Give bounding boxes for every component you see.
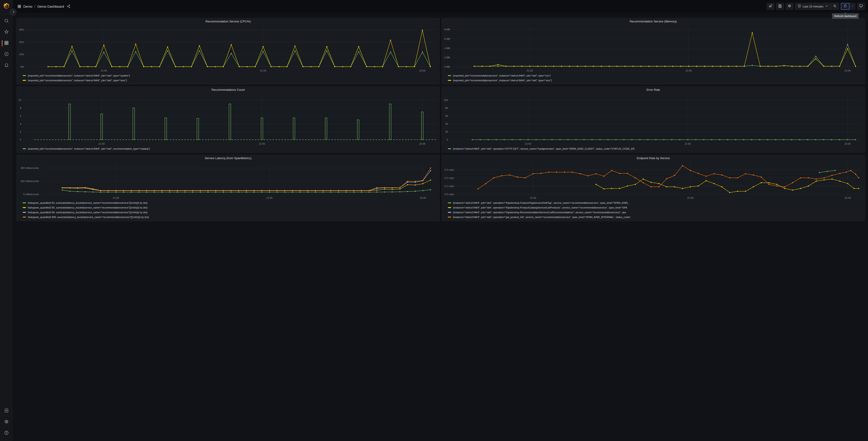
series-p95 bbox=[62, 179, 431, 191]
panel-service-latency: Service Latency (from SpanMetrics) 0 mil… bbox=[17, 155, 434, 220]
sidebar bbox=[0, 0, 13, 220]
service-latency-legend: histogram_quantile(0.50, sum(rate(latenc… bbox=[17, 200, 434, 220]
legend-item[interactable]: histogram_quantile(0.99, sum(rate(latenc… bbox=[23, 210, 434, 215]
y-tick-label: 0 bbox=[20, 138, 21, 141]
series-system bbox=[48, 50, 431, 67]
legend-swatch bbox=[23, 75, 26, 76]
sidebar-item-dashboards[interactable] bbox=[0, 38, 13, 49]
y-tick-label: 0% bbox=[20, 65, 24, 68]
series-catalog bbox=[68, 104, 423, 140]
legend-swatch bbox=[23, 207, 26, 208]
series-p999 bbox=[62, 168, 431, 191]
y-tick-label: 10 bbox=[19, 99, 21, 101]
x-tick-label: 21:50 bbox=[98, 142, 105, 145]
legend-label: {exported_job="recommendationservice", i… bbox=[28, 79, 127, 82]
legend-label: histogram_quantile(0.99, sum(rate(latenc… bbox=[28, 211, 148, 214]
bell-icon bbox=[4, 63, 9, 68]
legend-item[interactable]: {exported_job="recommendationservice", i… bbox=[23, 73, 434, 78]
x-tick-label: 22:00 bbox=[420, 197, 426, 199]
legend-item[interactable]: histogram_quantile(0.95, sum(rate(latenc… bbox=[23, 205, 434, 210]
legend-label: histogram_quantile(0.95, sum(rate(latenc… bbox=[28, 206, 148, 209]
y-tick-label: 20% bbox=[19, 41, 24, 43]
y-tick-label: 0 milliseconds bbox=[23, 193, 39, 196]
legend-item[interactable]: histogram_quantile(0.50, sum(rate(latenc… bbox=[23, 200, 434, 205]
service-latency-chart[interactable]: 0 milliseconds200 milliseconds400 millis… bbox=[17, 161, 434, 200]
compass-icon bbox=[4, 52, 9, 57]
sidebar-expand-button[interactable] bbox=[9, 8, 17, 16]
legend-swatch bbox=[23, 217, 26, 217]
legend-swatch bbox=[23, 212, 26, 213]
sidebar-item-explore[interactable] bbox=[0, 49, 13, 60]
search-icon bbox=[4, 18, 9, 24]
grid: 0%10%20%30%21:5021:5522:00 bbox=[19, 26, 434, 72]
legend-label: histogram_quantile(0.999, sum(rate(laten… bbox=[28, 216, 149, 218]
grafana-logo[interactable] bbox=[2, 2, 11, 10]
sidebar-item-starred[interactable] bbox=[0, 27, 13, 38]
panel-title[interactable]: Service Latency (from SpanMetrics) bbox=[17, 155, 434, 161]
legend-item[interactable]: histogram_quantile(0.999, sum(rate(laten… bbox=[23, 215, 434, 219]
y-tick-label: 30% bbox=[19, 28, 24, 31]
sidebar-item-alerting[interactable] bbox=[0, 60, 13, 71]
y-tick-label: 10% bbox=[19, 53, 24, 56]
share-icon[interactable] bbox=[67, 4, 70, 8]
breadcrumb-separator: / bbox=[34, 4, 35, 8]
star-icon bbox=[4, 29, 9, 35]
x-tick-label: 21:55 bbox=[266, 197, 273, 199]
panel-title[interactable]: Recommendation Service (CPU%) bbox=[17, 18, 434, 24]
cpu-legend: {exported_job="recommendationservice", i… bbox=[17, 73, 434, 84]
x-tick-label: 21:55 bbox=[259, 142, 265, 145]
sidebar-item-search[interactable] bbox=[0, 16, 13, 27]
cpu-chart[interactable]: 0%10%20%30%21:5021:5522:00 bbox=[17, 24, 434, 73]
x-tick-label: 22:00 bbox=[419, 69, 426, 72]
chevron-right-icon bbox=[12, 10, 15, 14]
y-tick-label: 200 milliseconds bbox=[21, 180, 39, 182]
y-tick-label: 4 bbox=[20, 122, 21, 125]
top-nav: Demo / Demo Dashboard Last 15 minutes bbox=[13, 0, 434, 13]
panel-recommendations-count: Recommendations Count 024681021:5021:552… bbox=[17, 86, 434, 153]
x-tick-label: 21:50 bbox=[101, 69, 107, 72]
legend-label: {exported_job="recommendationservice", i… bbox=[28, 74, 130, 77]
breadcrumb: Demo / Demo Dashboard bbox=[18, 4, 70, 8]
series-user bbox=[48, 30, 431, 67]
legend-item[interactable]: {exported_job="recommendationservice", i… bbox=[23, 78, 434, 83]
x-tick-label: 22:00 bbox=[419, 142, 425, 145]
grid: 0 milliseconds200 milliseconds400 millis… bbox=[21, 163, 434, 199]
legend-item[interactable]: {exported_job="recommendationservice", i… bbox=[23, 146, 434, 151]
x-tick-label: 21:50 bbox=[113, 197, 119, 199]
y-tick-label: 400 milliseconds bbox=[21, 167, 39, 169]
panel-title[interactable]: Recommendations Count bbox=[17, 87, 434, 93]
y-tick-label: 8 bbox=[20, 107, 21, 109]
recommendations-count-chart[interactable]: 024681021:5021:5522:00 bbox=[17, 93, 434, 146]
y-tick-label: 2 bbox=[20, 130, 21, 133]
dashboards-grid-icon bbox=[4, 40, 9, 46]
y-tick-label: 6 bbox=[20, 115, 21, 117]
legend-swatch bbox=[23, 80, 26, 81]
dashboard-grid: Recommendation Service (CPU%) 0%10%20%30… bbox=[17, 18, 434, 220]
legend-label: {exported_job="recommendationservice", i… bbox=[28, 147, 150, 150]
x-tick-label: 21:55 bbox=[260, 69, 266, 72]
legend-swatch bbox=[23, 202, 26, 203]
panel-recommendation-cpu: Recommendation Service (CPU%) 0%10%20%30… bbox=[17, 18, 434, 84]
legend-swatch bbox=[23, 148, 26, 149]
legend-label: histogram_quantile(0.50, sum(rate(latenc… bbox=[28, 202, 148, 204]
apps-grid-icon bbox=[18, 4, 21, 8]
grid: 024681021:5021:5522:00 bbox=[19, 94, 434, 145]
breadcrumb-dashboard[interactable]: Demo Dashboard bbox=[37, 4, 64, 8]
breadcrumb-folder[interactable]: Demo bbox=[23, 4, 32, 8]
recommendations-count-legend: {exported_job="recommendationservice", i… bbox=[17, 146, 434, 153]
